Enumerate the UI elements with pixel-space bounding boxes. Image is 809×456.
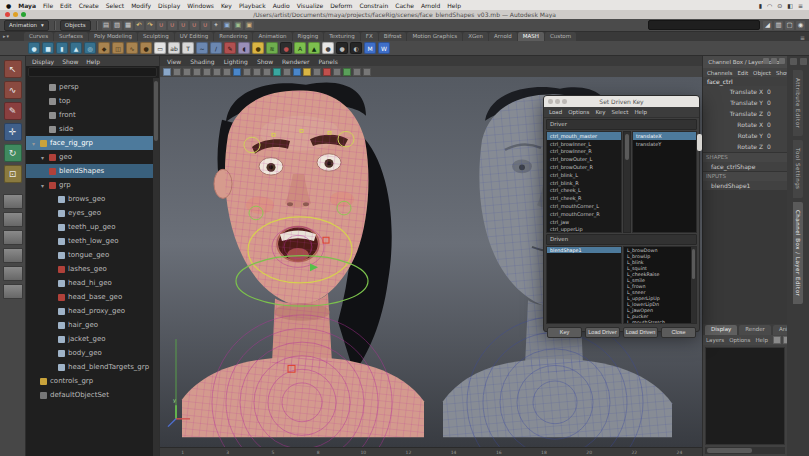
panel-resize-grip[interactable] [697, 134, 702, 151]
timeline-tick-12[interactable]: 12 [386, 450, 431, 455]
outliner-item-head_hi_geo[interactable]: head_hi_geo [26, 276, 159, 290]
select-camera-icon[interactable] [163, 68, 171, 76]
channel-attribute-row[interactable]: Translate Y0 [703, 97, 787, 108]
channel-attribute-row[interactable]: Rotate Y0 [703, 130, 787, 141]
outliner-menu-show[interactable]: Show [62, 58, 78, 65]
quick-entry-field[interactable] [648, 20, 760, 30]
grease-pencil-icon[interactable] [223, 68, 231, 76]
shape-node-item[interactable]: face_ctrlShape [703, 162, 787, 171]
macbar-menu-edit[interactable]: Edit [60, 2, 72, 9]
film-gate-icon[interactable] [243, 68, 251, 76]
paint-effects-icon[interactable]: ✎ [224, 42, 236, 54]
timeline-tick-1[interactable]: 1 [160, 450, 205, 455]
dialog-menu-select[interactable]: Select [611, 109, 628, 115]
macbar-menu-modify[interactable]: Modify [131, 2, 151, 9]
sidebar-tab-attribute-editor[interactable]: Attribute Editor [793, 70, 803, 136]
cube-icon[interactable]: ■ [42, 42, 54, 54]
viewport-menu-shading[interactable]: Shading [190, 58, 214, 65]
layer-menu-layers[interactable]: Layers [706, 337, 724, 343]
battery-icon[interactable]: ▮ [759, 2, 762, 9]
shelf-tab-motion-graphics[interactable]: Motion Graphics [407, 32, 462, 41]
torus-icon[interactable]: ◎ [84, 42, 96, 54]
driver-object-row[interactable]: ctrl_mouthCorner_L [547, 202, 621, 210]
control-center-icon[interactable]: ◧ [787, 2, 793, 9]
macbar-menu-maya[interactable]: Maya [18, 2, 36, 9]
apple-menu-icon[interactable]: ● [6, 2, 11, 9]
arnold-ipr-icon[interactable]: ▲ [308, 42, 320, 54]
shelf-tab-surfaces[interactable]: Surfaces [54, 32, 88, 41]
outliner-item-geo[interactable]: ▾geo [26, 150, 159, 164]
timeline-tick-22[interactable]: 22 [612, 450, 657, 455]
2d-pan-zoom-icon[interactable] [213, 68, 221, 76]
driver-object-row[interactable]: ctrl_browOuter_L [547, 155, 621, 163]
shelf-tab-rendering[interactable]: Rendering [214, 32, 252, 41]
driven-attr-row[interactable]: L_mouthStretch [624, 319, 696, 324]
outliner-item-head_base_geo[interactable]: head_base_geo [26, 290, 159, 304]
macbar-menu-deform[interactable]: Deform [330, 2, 352, 9]
menu-set-dropdown[interactable]: Animation ▾ [4, 20, 49, 31]
arnold-render-icon[interactable]: A [294, 42, 306, 54]
driver-object-row[interactable]: ctrl_upperLip [547, 226, 621, 233]
driver-object-row[interactable]: ctrl_mouthCorner_R [547, 210, 621, 218]
channel-attribute-row[interactable]: Rotate X0 [703, 119, 787, 130]
outliner-menu-help[interactable]: Help [86, 58, 100, 65]
macbar-menu-create[interactable]: Create [79, 2, 99, 9]
outliner-menu-display[interactable]: Display [32, 58, 54, 65]
field-chart-icon[interactable] [273, 68, 281, 76]
timeline-tick-10[interactable]: 10 [341, 450, 386, 455]
channel-attribute-value[interactable]: 0 [767, 88, 787, 95]
input-node-item[interactable]: blendShape1 [703, 181, 787, 190]
redo-icon[interactable]: ↷ [146, 21, 155, 30]
timeline-tick-8[interactable]: 8 [296, 450, 341, 455]
load-driver-button[interactable]: Load Driver [585, 327, 620, 338]
macbar-menu-file[interactable]: File [43, 2, 53, 9]
shaded-mode-icon[interactable] [313, 68, 321, 76]
driver-object-row[interactable]: ctrl_blink_R [547, 179, 621, 187]
macbar-menu-display[interactable]: Display [158, 2, 180, 9]
render-sphere-icon[interactable]: ● [280, 42, 292, 54]
sidebar-tab-channel-box-layer-editor[interactable]: Channel Box / Layer Editor [793, 202, 803, 304]
timeline-tick-24[interactable]: 24 [657, 450, 702, 455]
outliner-item-face_rig_grp[interactable]: ▾face_rig_grp [26, 136, 159, 150]
channel-attribute-value[interactable]: 0 [767, 110, 787, 117]
outliner-item-top[interactable]: top [26, 94, 159, 108]
shelf-tab-mash[interactable]: MASH [518, 32, 544, 41]
platonic-icon[interactable]: ◆ [98, 42, 110, 54]
pencil-curve-icon[interactable]: / [210, 42, 222, 54]
driver-object-row[interactable]: ctrl_jaw [547, 218, 621, 226]
dialog-title-bar[interactable]: Set Driven Key [544, 96, 699, 107]
layout-persp-graph[interactable] [3, 248, 23, 263]
shelf-tab-uv-editing[interactable]: UV Editing [175, 32, 214, 41]
macbar-menu-help[interactable]: Help [447, 2, 461, 9]
save-scene-icon[interactable]: ▦ [124, 21, 133, 30]
mash-editor-icon[interactable]: W [378, 42, 390, 54]
render-settings-icon[interactable]: ▣ [245, 21, 254, 30]
macbar-menu-windows[interactable]: Windows [187, 2, 214, 9]
snap-point-icon[interactable]: ∪ [179, 21, 188, 30]
macbar-menu-playback[interactable]: Playback [239, 2, 266, 9]
window-title-bar[interactable]: /Users/artist/Documents/maya/projects/fa… [0, 10, 809, 19]
macbar-menu-audio[interactable]: Audio [273, 2, 290, 9]
textured-mode-icon[interactable] [323, 68, 331, 76]
mash-network-icon[interactable]: M [364, 42, 376, 54]
outliner-search-input[interactable] [28, 67, 157, 77]
bookmark-icon[interactable] [193, 68, 201, 76]
driver-object-row[interactable]: ctrl_cheek_L [547, 187, 621, 195]
shelf-tab-xgen[interactable]: XGen [463, 32, 488, 41]
layer-tab-display[interactable]: Display [705, 325, 737, 335]
timeline-tick-16[interactable]: 16 [476, 450, 521, 455]
outliner-item-grp[interactable]: ▾grp [26, 178, 159, 192]
move-layer-up-icon[interactable] [773, 336, 781, 344]
select-tool[interactable]: ↖ [4, 60, 22, 78]
macbar-menu-visualize[interactable]: Visualize [297, 2, 323, 9]
wireframe-mode-icon[interactable] [303, 68, 311, 76]
expander-icon[interactable]: ▾ [30, 140, 37, 147]
timeline-tick-18[interactable]: 18 [521, 450, 566, 455]
macbar-menu-key[interactable]: Key [221, 2, 232, 9]
safe-title-icon[interactable] [293, 68, 301, 76]
snap-curve-icon[interactable]: ∪ [168, 21, 177, 30]
timeline-tick-14[interactable]: 14 [431, 450, 476, 455]
dock-icon[interactable] [790, 58, 797, 65]
shelf-tab-arnold[interactable]: Arnold [489, 32, 517, 41]
dialog-menu-load[interactable]: Load [549, 109, 562, 115]
